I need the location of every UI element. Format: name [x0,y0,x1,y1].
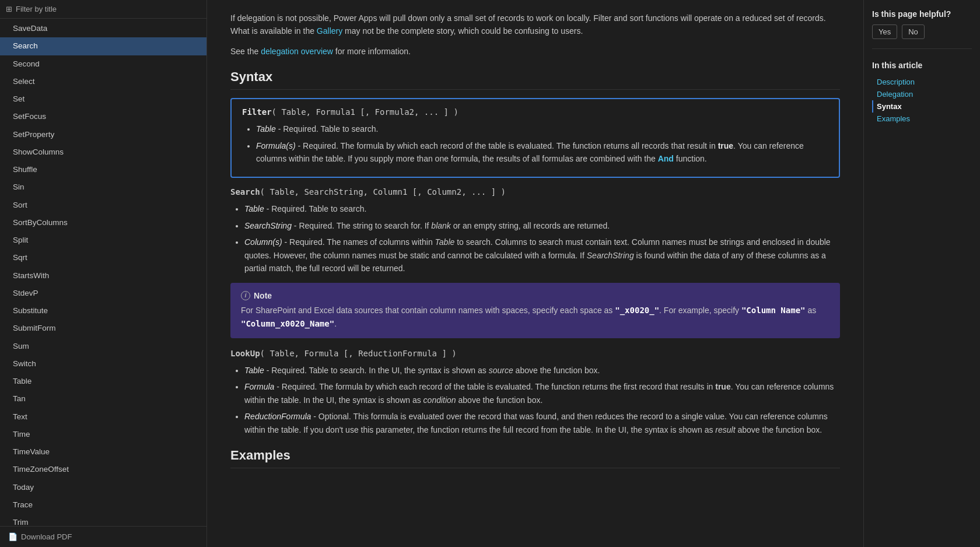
syntax-heading: Syntax [230,69,840,90]
sidebar-item-showcolumns[interactable]: ShowColumns [0,143,206,161]
sidebar: ⊞ Filter by title SaveDataSearchSecondSe… [0,0,207,547]
sidebar-item-switch[interactable]: Switch [0,355,206,373]
right-panel: Is this page helpful? Yes No In this art… [863,0,980,547]
download-pdf-button[interactable]: 📄 Download PDF [0,526,206,547]
sidebar-item-tan[interactable]: Tan [0,390,206,408]
search-param-table: Table - Required. Table to search. [244,202,840,215]
sidebar-item-stdevp[interactable]: StdevP [0,285,206,302]
sidebar-item-substitute[interactable]: Substitute [0,302,206,320]
intro-paragraph-1: If delegation is not possible, Power App… [230,12,840,38]
main-content: If delegation is not possible, Power App… [207,0,863,547]
search-params-list: Table - Required. Table to search. Searc… [230,202,840,275]
sidebar-item-setproperty[interactable]: SetProperty [0,126,206,143]
sidebar-item-setfocus[interactable]: SetFocus [0,108,206,125]
sidebar-item-shuffle[interactable]: Shuffle [0,161,206,178]
sidebar-item-time[interactable]: Time [0,426,206,443]
note-header: i Note [241,291,830,300]
sidebar-item-sort[interactable]: Sort [0,197,206,214]
sidebar-item-sin[interactable]: Sin [0,178,206,196]
sidebar-item-split[interactable]: Split [0,232,206,249]
lookup-param-formula: Formula - Required. The formula by which… [244,380,840,406]
helpful-section: Is this page helpful? Yes No [872,9,972,49]
lookup-params-list: Table - Required. Table to search. In th… [230,364,840,436]
sidebar-item-sqrt[interactable]: Sqrt [0,249,206,267]
sidebar-item-select[interactable]: Select [0,73,206,90]
search-param-columns: Column(s) - Required. The names of colum… [244,236,840,275]
yes-button[interactable]: Yes [872,24,897,39]
search-signature: Search( Table, SearchString, Column1 [, … [230,187,840,197]
filter-signature: Filter( Table, Formula1 [, Formula2, ...… [242,107,828,117]
sidebar-item-startswith[interactable]: StartsWith [0,267,206,285]
lookup-param-table: Table - Required. Table to search. In th… [244,364,840,377]
sidebar-item-table[interactable]: Table [0,373,206,390]
filter-params-list: Table - Required. Table to search. Formu… [242,122,828,165]
sidebar-item-sum[interactable]: Sum [0,338,206,355]
lookup-syntax-section: LookUp( Table, Formula [, ReductionFormu… [230,349,840,436]
filter-label: Filter by title [16,5,57,13]
gallery-link[interactable]: Gallery [317,26,342,36]
toc-label: In this article [872,61,972,70]
filter-param-formula: Formula(s) - Required. The formula by wh… [256,139,828,166]
download-pdf-label: Download PDF [21,532,72,541]
sidebar-item-savedata[interactable]: SaveData [0,20,206,37]
toc-item-syntax[interactable]: Syntax [872,100,972,113]
lookup-signature: LookUp( Table, Formula [, ReductionFormu… [230,349,840,358]
toc-section: In this article DescriptionDelegationSyn… [872,61,972,125]
examples-heading: Examples [230,448,840,468]
toc-item-description[interactable]: Description [872,76,972,88]
search-syntax-section: Search( Table, SearchString, Column1 [, … [230,187,840,275]
sidebar-item-today[interactable]: Today [0,479,206,496]
filter-icon: ⊞ [6,5,12,13]
toc-items: DescriptionDelegationSyntaxExamples [872,76,972,125]
helpful-buttons: Yes No [872,24,972,39]
sidebar-item-submitform[interactable]: SubmitForm [0,320,206,337]
sidebar-item-second[interactable]: Second [0,55,206,73]
sidebar-item-search[interactable]: Search [0,37,206,55]
helpful-label: Is this page helpful? [872,9,972,19]
sidebar-item-text[interactable]: Text [0,408,206,426]
sidebar-item-trace[interactable]: Trace [0,496,206,514]
intro-paragraph-2: See the delegation overview for more inf… [230,45,840,58]
filter-syntax-box: Filter( Table, Formula1 [, Formula2, ...… [230,98,840,178]
sidebar-item-timezoneoffset[interactable]: TimeZoneOffset [0,461,206,478]
no-button[interactable]: No [902,24,925,39]
info-icon: i [241,291,250,300]
toc-item-examples[interactable]: Examples [872,113,972,125]
note-box: i Note For SharePoint and Excel data sou… [230,283,840,338]
sidebar-item-sortbycolumns[interactable]: SortByColumns [0,214,206,232]
pdf-icon: 📄 [8,532,18,541]
sidebar-item-set[interactable]: Set [0,90,206,108]
sidebar-item-timevalue[interactable]: TimeValue [0,443,206,461]
search-param-searchstring: SearchString - Required. The string to s… [244,219,840,232]
filter-param-table: Table - Required. Table to search. [256,122,828,135]
toc-item-delegation[interactable]: Delegation [872,88,972,100]
sidebar-item-trim[interactable]: Trim [0,514,206,526]
delegation-overview-link[interactable]: delegation overview [261,47,333,56]
lookup-param-reduction: ReductionFormula - Optional. This formul… [244,410,840,436]
filter-bar: ⊞ Filter by title [0,0,206,19]
note-body: For SharePoint and Excel data sources th… [241,304,830,330]
sidebar-list[interactable]: SaveDataSearchSecondSelectSetSetFocusSet… [0,19,206,526]
